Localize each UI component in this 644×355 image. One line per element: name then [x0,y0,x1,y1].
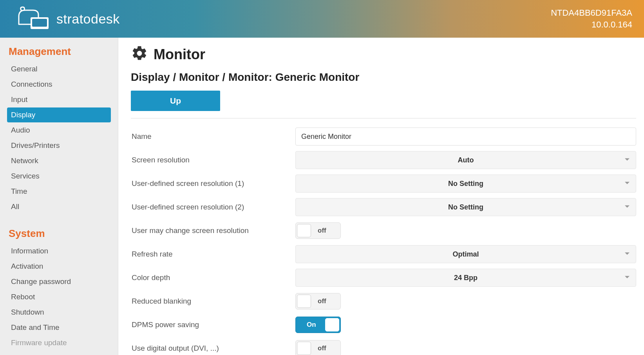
name-input[interactable] [295,127,636,146]
page-title: Monitor [154,46,205,63]
sidebar-item-audio[interactable]: Audio [7,123,111,138]
chevron-down-icon [625,156,630,164]
toggle-knob [297,224,311,237]
chevron-down-icon [625,250,630,258]
divider [131,118,636,118]
toggle-label: off [318,344,326,352]
chevron-down-icon [625,180,630,188]
label-reduced-blanking: Reduced blanking [131,297,295,306]
sidebar-item-network[interactable]: Network [7,153,111,168]
sidebar-item-activation[interactable]: Activation [7,259,111,274]
hostname: NTDA4BB6D91FA3A [551,7,632,19]
toggle-label: On [307,321,316,329]
chevron-down-icon [625,203,630,211]
user-res-1-select[interactable]: No Setting [295,175,636,193]
sidebar-item-input[interactable]: Input [7,92,111,107]
user-res-1-value: No Setting [448,180,483,188]
label-user-res-1: User-defined screen resolution (1) [131,179,295,188]
refresh-rate-select[interactable]: Optimal [295,245,636,263]
sidebar-section-management: Management [9,46,111,58]
sidebar-item-general[interactable]: General [7,62,111,76]
label-user-res-2: User-defined screen resolution (2) [131,203,295,211]
svg-rect-1 [32,19,47,27]
main-content: Monitor Display / Monitor / Monitor: Gen… [118,38,644,355]
toggle-label: off [318,227,326,235]
color-depth-select[interactable]: 24 Bpp [295,269,636,287]
header: stratodesk NTDA4BB6D91FA3A 10.0.0.164 [0,0,644,38]
sidebar-item-date-time[interactable]: Date and Time [7,320,111,335]
dpms-toggle[interactable]: On [295,317,341,333]
sidebar-item-all[interactable]: All [7,199,111,214]
breadcrumb: Display / Monitor / Monitor: Generic Mon… [131,71,636,84]
color-depth-value: 24 Bpp [454,274,478,282]
toggle-knob [297,295,311,308]
user-may-change-toggle[interactable]: off [295,222,341,239]
digital-output-toggle[interactable]: off [295,340,341,355]
sidebar-item-drives-printers[interactable]: Drives/Printers [7,138,111,153]
bear-logo-icon [11,5,50,33]
brand-name: stratodesk [56,11,120,27]
sidebar-item-services[interactable]: Services [7,169,111,184]
label-name: Name [131,132,295,141]
sidebar-item-change-password[interactable]: Change password [7,274,111,289]
screen-resolution-value: Auto [458,156,474,164]
label-dpms: DPMS power saving [131,320,295,329]
user-res-2-select[interactable]: No Setting [295,198,636,216]
toggle-knob [325,318,339,331]
sidebar-item-shutdown[interactable]: Shutdown [7,305,111,320]
sidebar: Management General Connections Input Dis… [0,38,118,355]
reduced-blanking-toggle[interactable]: off [295,293,341,309]
toggle-knob [297,342,311,355]
label-color-depth: Color depth [131,273,295,282]
sidebar-item-firmware-update[interactable]: Firmware update [7,335,111,350]
sidebar-item-information[interactable]: Information [7,244,111,259]
sidebar-item-connections[interactable]: Connections [7,77,111,92]
sidebar-section-system: System [9,228,111,240]
toggle-label: off [318,297,326,305]
brand: stratodesk [11,5,120,33]
gear-icon [131,45,148,64]
refresh-rate-value: Optimal [452,250,479,259]
sidebar-item-time[interactable]: Time [7,184,111,199]
user-res-2-value: No Setting [448,203,483,211]
sidebar-item-reboot[interactable]: Reboot [7,289,111,304]
ip-address: 10.0.0.164 [551,19,632,31]
chevron-down-icon [625,274,630,282]
screen-resolution-select[interactable]: Auto [295,151,636,169]
label-user-may-change: User may change screen resolution [131,226,295,235]
sidebar-item-display[interactable]: Display [7,107,111,122]
header-info: NTDA4BB6D91FA3A 10.0.0.164 [551,7,632,30]
up-button[interactable]: Up [131,91,220,111]
label-screen-resolution: Screen resolution [131,156,295,164]
label-digital-output: Use digital output (DVI, ...) [131,344,295,353]
label-refresh-rate: Refresh rate [131,250,295,259]
